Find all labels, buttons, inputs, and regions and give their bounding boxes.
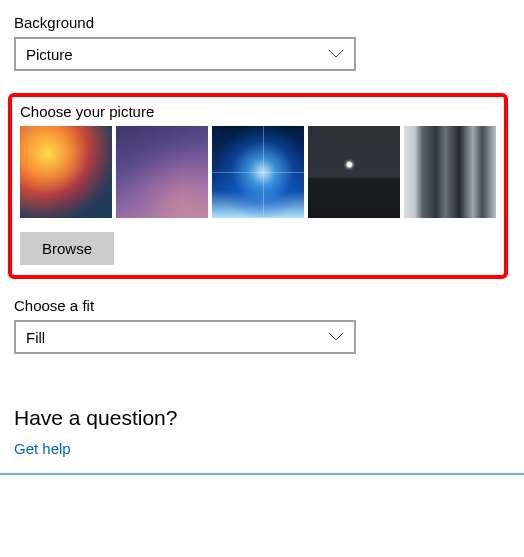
picture-thumb[interactable] [308,126,400,218]
help-question: Have a question? [14,406,510,430]
browse-button[interactable]: Browse [20,232,114,265]
chevron-down-icon [328,49,344,59]
picture-thumb[interactable] [20,126,112,218]
background-dropdown[interactable]: Picture [14,37,356,71]
choose-picture-label: Choose your picture [20,103,496,120]
choose-picture-highlight: Choose your picture Browse [8,93,508,279]
background-dropdown-value: Picture [26,46,73,63]
background-label: Background [14,14,510,31]
picture-thumb[interactable] [212,126,304,218]
fit-dropdown-value: Fill [26,329,45,346]
fit-label: Choose a fit [14,297,510,314]
get-help-link[interactable]: Get help [14,440,510,457]
picture-thumb[interactable] [404,126,496,218]
picture-thumb[interactable] [116,126,208,218]
chevron-down-icon [328,332,344,342]
bottom-accent-line [0,473,524,475]
fit-dropdown[interactable]: Fill [14,320,356,354]
picture-thumbnails [20,126,496,218]
